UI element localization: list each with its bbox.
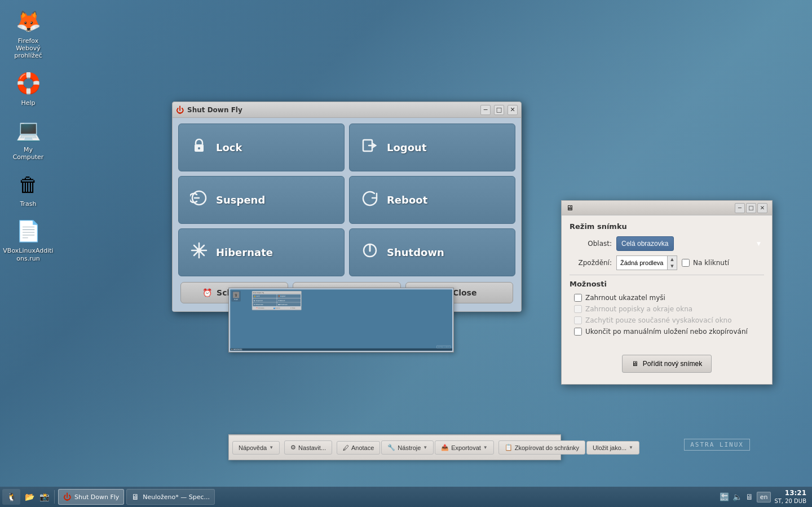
taskbar-shutdown-window[interactable]: ⏻ Shut Down Fly [58, 489, 124, 505]
start-icon: 🐧 [7, 492, 16, 501]
shutdown-dialog-content: Lock Logout [173, 118, 521, 311]
shutdown-dialog-titlebar: ⏻ Shut Down Fly − □ ✕ [173, 102, 521, 118]
help-icon: 🛟 [15, 70, 42, 97]
hibernate-icon [190, 241, 208, 263]
my-computer-icon: 💻 [15, 117, 42, 144]
desktop-icon-trash[interactable]: 🗑 Trash [6, 169, 51, 210]
exportovat-icon: 📤 [441, 444, 449, 451]
taskbar: 🐧 📂 📸 ⏻ Shut Down Fly 🖥 Neuloženo* — Spe… [0, 487, 812, 507]
screenshot-close-after-label: Ukončit po manuálním uložení nebo zkopír… [585, 328, 748, 336]
hibernate-button[interactable]: Hibernate [178, 228, 345, 276]
zkopirovat-label: Zkopírovat do schránky [515, 444, 579, 451]
screenshot-area-select-wrapper: Celá obrazovka [616, 236, 764, 251]
help-label: Help [21, 99, 35, 107]
reboot-button[interactable]: Reboot [349, 176, 515, 224]
desktop-icons: 🦊 Firefox Webový prohlížeč 🛟 Help 💻 My C… [6, 6, 51, 264]
screenshot-popup-option: Zachytit pouze současné vyskakovací okno [570, 316, 764, 324]
nastroje-label: Nástroje [398, 444, 421, 451]
shutdown-minimize-btn[interactable]: − [480, 105, 491, 115]
desktop-icon-my-computer[interactable]: 💻 My Computer [6, 114, 51, 163]
napoveda-label: Nápověda [239, 444, 267, 451]
screenshot-app-toolbar: Nápověda ▼ ⚙ Nastavit... 🖊 Anotace 🔧 Nás… [229, 435, 561, 460]
screenshot-options-title: Možnosti [570, 280, 764, 288]
zkopirovat-button[interactable]: 📋 Zkopírovat do schránky [498, 440, 585, 455]
screenshot-delay-input[interactable] [616, 255, 667, 270]
screenshot-mode-title: Režim snímku [570, 222, 764, 231]
preview-window: 🗑 Trash Shut Down Fly 🔒 Lock 🚪 Logout ⏾ … [228, 288, 454, 352]
screenshot-close-after-checkbox[interactable] [574, 328, 582, 336]
screenshot-borders-label: Zahrnout popisky a okraje okna [585, 305, 692, 313]
vbox-label: VBoxLinuxAdditions.run [3, 247, 53, 262]
screenshot-delay-down[interactable]: ▼ [668, 263, 677, 270]
ulozit-arrow: ▼ [629, 445, 633, 450]
logout-icon [361, 136, 379, 158]
close-label: Close [453, 288, 477, 297]
screenshot-delay-up[interactable]: ▲ [668, 256, 677, 263]
new-screenshot-button[interactable]: 🖥 Pořídit nový snímek [622, 355, 712, 373]
zkopirovat-icon: 📋 [505, 444, 513, 451]
taskbar-start-button[interactable]: 🐧 [2, 489, 20, 505]
shutdown-maximize-btn[interactable]: □ [494, 105, 504, 115]
desktop-icon-vbox[interactable]: 📄 VBoxLinuxAdditions.run [6, 215, 51, 264]
screenshot-close-btn[interactable]: ✕ [757, 203, 767, 213]
screenshot-app-icon: 🖥 [566, 204, 573, 212]
screenshot-borders-option: Zahrnout popisky a okraje okna [570, 305, 764, 313]
screenshot-panel-content: Režim snímku Oblast: Celá obrazovka Zpož… [562, 215, 772, 384]
desktop-icon-firefox[interactable]: 🦊 Firefox Webový prohlížeč [6, 6, 51, 62]
screenshot-close-after-option: Ukončit po manuálním uložení nebo zkopír… [570, 328, 764, 336]
screenshot-app-titlebar: 🖥 − □ ✕ [562, 201, 772, 215]
quicklaunch-icon-1[interactable]: 📂 [23, 490, 36, 504]
tray-display-icon[interactable]: 🖥 [745, 492, 753, 501]
taskbar-screenshot-icon: 🖥 [131, 492, 139, 501]
tray-network-icon[interactable]: 🔙 [720, 492, 729, 501]
screenshot-app: 🖥 − □ ✕ Režim snímku Oblast: Celá obrazo… [561, 200, 773, 385]
tray-lang[interactable]: en [757, 492, 771, 502]
screenshot-panel-divider-1 [570, 275, 764, 275]
my-computer-label: My Computer [8, 146, 48, 161]
screenshot-delay-row: Zpoždění: ▲ ▼ Na kliknutí [570, 255, 764, 270]
tray-time: 13:21 [774, 489, 806, 498]
shutdown-button[interactable]: Shutdown [349, 228, 515, 276]
reboot-icon [361, 189, 379, 211]
lock-icon [190, 136, 208, 158]
taskbar-screenshot-window[interactable]: 🖥 Neuloženo* — Spec... [126, 489, 215, 505]
screenshot-area-select[interactable]: Celá obrazovka [616, 236, 674, 251]
screenshot-minimize-btn[interactable]: − [735, 203, 745, 213]
hibernate-label: Hibernate [216, 246, 273, 258]
ulozit-label: Uložit jako... [593, 444, 626, 451]
svg-point-1 [198, 147, 200, 149]
taskbar-quicklaunch: 📂 📸 [23, 490, 55, 504]
screenshot-mouse-checkbox[interactable] [574, 294, 582, 302]
shutdown-action-grid: Lock Logout [178, 124, 515, 276]
taskbar-shutdown-icon: ⏻ [63, 492, 71, 501]
taskbar-shutdown-label: Shut Down Fly [74, 493, 119, 501]
screenshot-mouse-option: Zahrnout ukazatel myši [570, 294, 764, 302]
tray-volume-icon[interactable]: 🔈 [732, 492, 742, 501]
nastroje-button[interactable]: 🔧 Nástroje ▼ [381, 440, 434, 455]
suspend-icon [190, 189, 208, 211]
shutdown-label: Shutdown [387, 246, 444, 258]
logout-label: Logout [387, 142, 427, 153]
nastavit-button[interactable]: ⚙ Nastavit... [284, 440, 332, 455]
shutdown-close-btn[interactable]: ✕ [508, 105, 518, 115]
napoveda-button[interactable]: Nápověda ▼ [232, 441, 280, 455]
suspend-button[interactable]: Suspend [178, 176, 345, 224]
desktop-icon-help[interactable]: 🛟 Help [6, 68, 51, 109]
tray-clock: 13:21 ST, 20 DUB [774, 489, 806, 505]
reboot-label: Reboot [387, 194, 427, 206]
lock-button[interactable]: Lock [178, 124, 345, 171]
screenshot-new-btn-wrapper: 🖥 Pořídit nový snímek [570, 350, 764, 377]
anotace-button[interactable]: 🖊 Anotace [337, 441, 380, 455]
logout-button[interactable]: Logout [349, 124, 515, 171]
screenshot-maximize-btn[interactable]: □ [746, 203, 756, 213]
screenshot-app-title-btns: − □ ✕ [735, 203, 767, 213]
screenshot-click-checkbox[interactable] [682, 259, 690, 267]
new-screenshot-label: Pořídit nový snímek [643, 360, 702, 368]
tray-date: ST, 20 DUB [774, 497, 806, 505]
exportovat-button[interactable]: 📤 Exportovat ▼ [435, 440, 494, 455]
screenshot-borders-checkbox[interactable] [574, 305, 582, 313]
screenshot-popup-checkbox[interactable] [574, 316, 582, 324]
lock-label: Lock [216, 142, 242, 153]
quicklaunch-icon-2[interactable]: 📸 [37, 490, 51, 504]
ulozit-button[interactable]: Uložit jako... ▼ [586, 441, 639, 455]
